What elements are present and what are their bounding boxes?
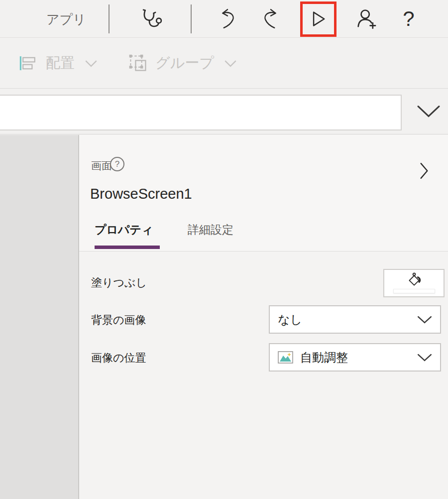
powerapps-studio-window: アプリ bbox=[0, 0, 448, 499]
help-button[interactable]: ? bbox=[396, 0, 421, 38]
redo-arrow-icon bbox=[261, 8, 281, 29]
undo-arrow-icon bbox=[218, 8, 237, 29]
fill-color-swatch bbox=[393, 289, 435, 293]
image-position-dropdown[interactable]: 自動調整 bbox=[269, 343, 441, 372]
redo-button[interactable] bbox=[257, 0, 284, 38]
tab-properties[interactable]: プロパティ bbox=[95, 222, 153, 238]
top-toolbar: アプリ bbox=[0, 0, 448, 38]
undo-button[interactable] bbox=[214, 0, 241, 38]
formula-expand-button[interactable] bbox=[413, 96, 444, 127]
background-image-dropdown[interactable]: なし bbox=[269, 305, 441, 334]
chevron-down-icon bbox=[417, 105, 440, 118]
chevron-right-icon bbox=[420, 162, 429, 179]
active-tab-indicator bbox=[95, 246, 160, 249]
canvas-area[interactable] bbox=[0, 135, 78, 499]
control-name: BrowseScreen1 bbox=[90, 186, 192, 202]
app-breadcrumb[interactable]: アプリ bbox=[46, 11, 86, 28]
background-image-label: 背景の画像 bbox=[91, 313, 146, 328]
chevron-down-icon bbox=[417, 354, 432, 362]
formula-bar bbox=[0, 89, 448, 134]
app-checker-button[interactable] bbox=[137, 0, 164, 38]
paint-bucket-icon bbox=[407, 272, 422, 288]
play-outline-icon bbox=[309, 9, 328, 28]
align-menu-button[interactable]: 配置 bbox=[19, 38, 98, 88]
dropdown-value: なし bbox=[278, 312, 417, 328]
image-position-label: 画像の位置 bbox=[91, 351, 146, 366]
properties-panel-header: 画面 ? BrowseScreen1 プロパティ 詳細設定 bbox=[79, 135, 448, 251]
chevron-down-icon bbox=[85, 60, 98, 67]
align-label: 配置 bbox=[46, 53, 75, 73]
group-label: グループ bbox=[155, 53, 214, 73]
tabs-divider bbox=[79, 251, 448, 251]
picture-icon bbox=[278, 351, 293, 364]
preview-play-button[interactable] bbox=[305, 0, 332, 38]
fill-color-button[interactable] bbox=[383, 269, 445, 297]
person-add-icon bbox=[354, 8, 378, 29]
chevron-down-icon bbox=[417, 316, 432, 324]
group-menu-button[interactable]: グループ bbox=[128, 38, 237, 88]
properties-panel: 画面 ? BrowseScreen1 プロパティ 詳細設定 塗りつぶし bbox=[79, 135, 448, 499]
circled-question-icon[interactable]: ? bbox=[110, 157, 124, 171]
toolbar-separator bbox=[191, 4, 192, 33]
expand-panel-button[interactable] bbox=[416, 161, 433, 181]
chevron-down-icon bbox=[224, 60, 237, 67]
stethoscope-icon bbox=[139, 7, 162, 30]
dropdown-value: 自動調整 bbox=[300, 350, 417, 366]
tab-advanced[interactable]: 詳細設定 bbox=[188, 222, 233, 238]
question-mark-icon: ? bbox=[403, 7, 414, 31]
toolbar-separator bbox=[109, 4, 110, 33]
share-button[interactable] bbox=[351, 0, 381, 38]
control-type-label: 画面 bbox=[91, 159, 112, 173]
format-ribbon: 配置 グループ bbox=[0, 38, 448, 89]
fill-label: 塗りつぶし bbox=[91, 275, 147, 290]
align-left-icon bbox=[19, 56, 39, 71]
group-objects-icon bbox=[128, 54, 148, 73]
formula-input[interactable] bbox=[0, 95, 402, 130]
